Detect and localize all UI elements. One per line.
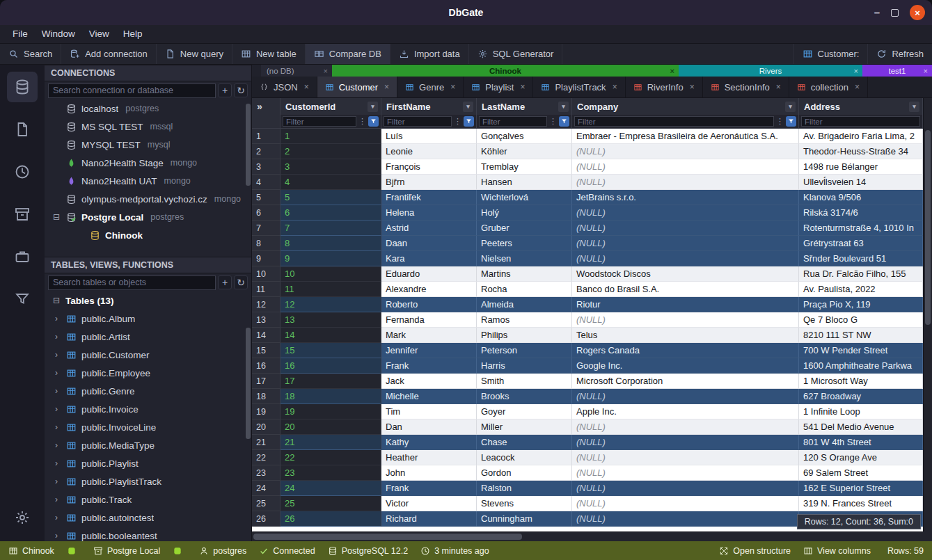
cell-address[interactable]: 162 E Superior Street (799, 481, 923, 496)
cell-company[interactable]: Google Inc. (572, 358, 799, 374)
connections-panel-header[interactable]: CONNECTIONS (45, 65, 251, 81)
cell-company[interactable]: (NULL) (572, 205, 799, 221)
cell-company[interactable]: (NULL) (572, 144, 799, 159)
cell-lastname[interactable]: Gonçalves (477, 129, 572, 144)
vertical-scrollbar-thumb[interactable] (925, 130, 931, 325)
cell-address[interactable]: 319 N. Frances Street (799, 496, 923, 511)
cell-firstname[interactable]: Jack (381, 374, 477, 389)
column-header[interactable]: CustomerId ▾ (281, 98, 381, 115)
row-number-cell[interactable]: 10 (252, 266, 281, 282)
close-icon[interactable]: × (776, 82, 781, 92)
maximize-button[interactable] (891, 9, 899, 17)
cell-customerid[interactable]: 14 (281, 328, 381, 343)
cell-address[interactable]: Grétrystraat 63 (799, 236, 923, 251)
cell-address[interactable]: Rua Dr. Falcão Filho, 155 (799, 266, 923, 282)
cell-company[interactable]: Woodstock Discos (572, 266, 799, 282)
row-number-cell[interactable]: 20 (252, 419, 281, 435)
sidebar-table-item[interactable]: › public.Album (45, 310, 251, 328)
cell-firstname[interactable]: Kara (381, 251, 477, 266)
cell-customerid[interactable]: 20 (281, 419, 381, 435)
row-number-cell[interactable]: 1 (252, 129, 281, 144)
cell-lastname[interactable]: Chase (477, 435, 572, 450)
row-number-cell[interactable]: 21 (252, 435, 281, 450)
chevron-right-icon[interactable]: › (52, 422, 61, 432)
cell-customerid[interactable]: 26 (281, 511, 381, 527)
chevron-down-icon[interactable]: ▾ (368, 102, 378, 112)
filter-funnel-icon[interactable] (559, 116, 569, 127)
cell-company[interactable]: Apple Inc. (572, 404, 799, 419)
filter-funnel-icon[interactable] (368, 116, 379, 127)
filter-input[interactable] (283, 116, 356, 127)
cell-customerid[interactable]: 8 (281, 236, 381, 251)
close-icon[interactable]: × (924, 67, 928, 75)
cell-company[interactable]: (NULL) (572, 496, 799, 511)
toolbar-button[interactable]: Customer: (793, 44, 868, 64)
cell-customerid[interactable]: 16 (281, 358, 381, 374)
cell-customerid[interactable]: 13 (281, 312, 381, 328)
connection-item[interactable]: olympus-medportal.vychozi.cz mongo (45, 190, 251, 208)
cell-company[interactable]: Rogers Canada (572, 343, 799, 358)
horizontal-scrollbar[interactable] (252, 531, 923, 541)
filter-input[interactable] (574, 116, 774, 127)
cell-company[interactable]: (NULL) (572, 481, 799, 496)
row-number-cell[interactable]: 2 (252, 144, 281, 159)
sidebar-button[interactable] (7, 114, 38, 145)
cell-firstname[interactable]: John (381, 465, 477, 481)
connection-item[interactable]: ⊟ Postgre Local postgres (45, 208, 251, 226)
row-number-cell[interactable]: 4 (252, 175, 281, 190)
vertical-scrollbar[interactable] (923, 98, 932, 531)
row-number-cell[interactable]: 7 (252, 221, 281, 236)
close-icon[interactable]: × (304, 82, 309, 92)
cell-firstname[interactable]: François (381, 159, 477, 175)
chevron-right-icon[interactable]: › (52, 404, 61, 414)
add-connection-small-button[interactable]: + (218, 83, 232, 97)
file-tab[interactable]: Genre × (397, 77, 464, 97)
cell-firstname[interactable]: Luís (381, 129, 477, 144)
cell-address[interactable]: 801 W 4th Street (799, 435, 923, 450)
close-icon[interactable]: × (520, 82, 525, 92)
sidebar-table-item[interactable]: › public.Invoice (45, 400, 251, 418)
cell-lastname[interactable]: Brooks (477, 389, 572, 404)
cell-lastname[interactable]: Almeida (477, 297, 572, 312)
cell-firstname[interactable]: Tim (381, 404, 477, 419)
cell-company[interactable]: (NULL) (572, 221, 799, 236)
cell-company[interactable]: (NULL) (572, 236, 799, 251)
filter-menu-icon[interactable]: ⋮ (358, 117, 366, 126)
file-tab[interactable]: PlaylistTrack × (533, 77, 625, 97)
statusbar-item[interactable]: Open structure (719, 546, 791, 556)
chevron-right-icon[interactable]: › (52, 531, 61, 541)
cell-company[interactable]: (NULL) (572, 175, 799, 190)
sidebar-table-item[interactable]: › public.autoinctest (45, 509, 251, 527)
close-icon[interactable]: × (324, 67, 328, 75)
connections-search-input[interactable] (48, 83, 216, 98)
close-icon[interactable]: × (855, 82, 860, 92)
cell-lastname[interactable]: Harris (477, 358, 572, 374)
cell-firstname[interactable]: Dan (381, 419, 477, 435)
cell-lastname[interactable]: Ralston (477, 481, 572, 496)
cell-customerid[interactable]: 18 (281, 389, 381, 404)
cell-lastname[interactable]: Philips (477, 328, 572, 343)
chevron-right-icon[interactable]: › (52, 332, 61, 342)
chevron-right-icon[interactable]: › (52, 440, 61, 450)
statusbar-item[interactable] (173, 546, 187, 556)
toolbar-button[interactable]: Refresh (867, 44, 932, 64)
cell-firstname[interactable]: Eduardo (381, 266, 477, 282)
toolbar-button[interactable]: New table (232, 44, 306, 64)
cell-address[interactable]: 120 S Orange Ave (799, 450, 923, 465)
cell-customerid[interactable]: 23 (281, 465, 381, 481)
row-number-cell[interactable]: 6 (252, 205, 281, 221)
cell-firstname[interactable]: Helena (381, 205, 477, 221)
sidebar-button[interactable] (7, 284, 38, 314)
cell-lastname[interactable]: Rocha (477, 282, 572, 297)
cell-firstname[interactable]: Daan (381, 236, 477, 251)
sidebar-table-item[interactable]: › public.Employee (45, 364, 251, 382)
statusbar-item[interactable]: Connected (259, 546, 315, 556)
cell-address[interactable]: Sřnder Boulevard 51 (799, 251, 923, 266)
cell-company[interactable]: Embraer - Empresa Brasileira de Aeronáut… (572, 129, 799, 144)
filter-input[interactable] (384, 116, 452, 127)
menu-item[interactable]: Window (35, 25, 82, 43)
cell-address[interactable]: 700 W Pender Street (799, 343, 923, 358)
db-group-tab[interactable]: (no DB) × (261, 65, 332, 77)
cell-customerid[interactable]: 2 (281, 144, 381, 159)
cell-customerid[interactable]: 6 (281, 205, 381, 221)
